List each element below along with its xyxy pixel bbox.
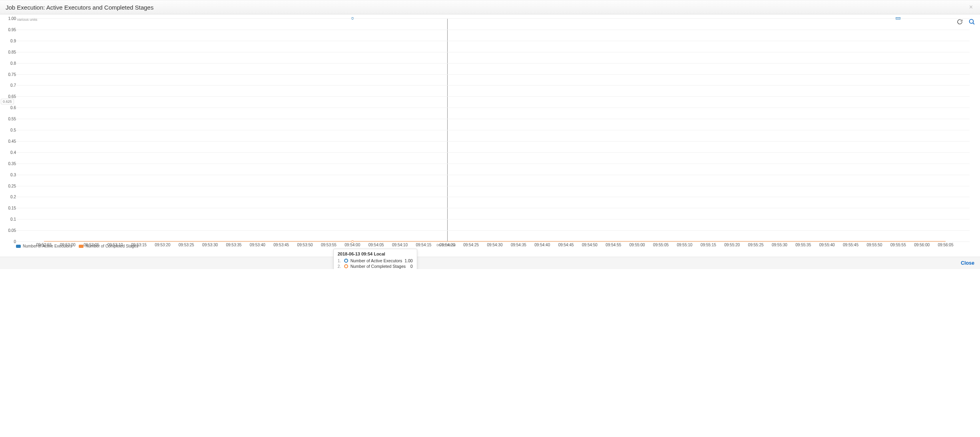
y-tick-label: 0.8 [7, 61, 16, 65]
y-tick-label: 0.45 [7, 139, 16, 143]
x-tick-label: 09:55:50 [866, 243, 882, 247]
y-tick-label: 0.35 [7, 161, 16, 166]
x-tick-label: 09:53:30 [202, 243, 218, 247]
y-tick-label: 0.95 [7, 27, 16, 32]
x-tick-label: 09:53:05 [84, 243, 99, 247]
grid-line [16, 208, 970, 208]
y-tick-label: 0.85 [7, 50, 16, 54]
svg-line-1 [973, 23, 974, 24]
x-tick-label: 09:55:05 [653, 243, 669, 247]
grid-line [16, 52, 970, 52]
grid-line [16, 241, 970, 242]
grid-line [16, 186, 970, 186]
y-tick-label: 0.6 [7, 106, 16, 110]
grid-line [16, 108, 970, 108]
x-tick-label: 09:53:45 [273, 243, 289, 247]
tooltip-row: 2. Number of Completed Stages 0 [338, 263, 413, 269]
x-tick-label: 09:56:00 [914, 243, 930, 247]
x-tick-label: 09:53:20 [155, 243, 170, 247]
x-tick-label: 09:54:20 [440, 243, 455, 247]
grid-line [16, 152, 970, 153]
grid-line [16, 141, 970, 142]
y-tick-label: 0.75 [7, 72, 16, 76]
x-tick-label: 09:55:40 [819, 243, 835, 247]
x-tick-label: 09:53:40 [250, 243, 265, 247]
x-tick-label: 09:56:05 [938, 243, 954, 247]
grid-line [16, 85, 970, 86]
x-tick-label: 09:55:25 [748, 243, 764, 247]
x-tick-label: 09:55:15 [701, 243, 716, 247]
tooltip-series-label: Number of Completed Stages [351, 264, 406, 269]
x-tick-label: 09:53:10 [108, 243, 123, 247]
x-tick-label: 09:54:40 [534, 243, 550, 247]
tooltip-value: 0 [410, 264, 413, 269]
x-tick-label: 09:54:25 [463, 243, 479, 247]
close-button[interactable]: Close [961, 260, 974, 266]
y-tick-label: 0 [7, 239, 16, 244]
zoom-icon[interactable] [968, 18, 975, 26]
circle-icon [344, 264, 348, 268]
x-tick-label: 09:54:00 [345, 243, 360, 247]
x-tick-label: 09:55:00 [629, 243, 645, 247]
x-tick-label: 09:53:50 [297, 243, 313, 247]
grid-line [16, 30, 970, 30]
y-tick-label: 0.55 [7, 117, 16, 121]
y-tick-label: 0.15 [7, 206, 16, 210]
x-tick-label: 09:53:35 [226, 243, 241, 247]
x-tick-label: 09:54:50 [582, 243, 598, 247]
x-tick-label: 09:53:15 [131, 243, 147, 247]
modal-footer: Close [0, 257, 980, 269]
x-tick-label: 09:54:55 [606, 243, 621, 247]
y-tick-label: 1.00 [7, 16, 16, 21]
y-tick-label: 0.2 [7, 195, 16, 199]
grid-line [16, 219, 970, 219]
refresh-icon[interactable] [957, 19, 963, 26]
modal-header: Job Execution: Active Executors and Comp… [0, 0, 980, 14]
x-tick-label: 09:55:45 [843, 243, 858, 247]
grid-line [16, 74, 970, 75]
x-tick-label: 09:54:05 [368, 243, 384, 247]
y-tick-label: 0.5 [7, 128, 16, 132]
y-tick-label: 0.3 [7, 172, 16, 177]
y-tick-label: 0.7 [7, 83, 16, 88]
svg-point-0 [969, 19, 973, 23]
tooltip-series-label: Number of Active Executors [351, 258, 402, 263]
chart-toolbar [952, 16, 980, 26]
y-tick-label: 0.65 [7, 94, 16, 99]
chart-plot-area[interactable]: Various units 0.625 06-13 09:54 09:52:55… [16, 18, 970, 241]
x-tick-label: 09:55:35 [795, 243, 811, 247]
x-tick-label: 09:55:10 [677, 243, 692, 247]
grid-line [16, 63, 970, 64]
grid-line [16, 119, 970, 119]
chart-container: Various units 0.625 06-13 09:54 09:52:55… [0, 14, 980, 257]
chart-tooltip: 2018-06-13 09:54 Local 1. Number of Acti… [333, 249, 417, 269]
grid-line [16, 230, 970, 231]
grid-line [16, 175, 970, 175]
x-tick-label: 09:54:30 [487, 243, 503, 247]
circle-icon [344, 259, 348, 263]
close-icon[interactable]: × [968, 4, 974, 11]
x-tick-label: 09:52:55 [36, 243, 52, 247]
x-tick-label: 09:55:55 [890, 243, 906, 247]
x-tick-label: 09:55:20 [724, 243, 740, 247]
grid-line [16, 197, 970, 197]
y-tick-label: 0.05 [7, 228, 16, 233]
tooltip-index: 2. [338, 264, 342, 269]
x-tick-label: 09:54:45 [558, 243, 574, 247]
y-tick-label: 0.25 [7, 184, 16, 188]
x-tick-label: 09:53:55 [321, 243, 337, 247]
x-tick-label: 09:54:10 [392, 243, 408, 247]
x-tick-label: 09:53:00 [60, 243, 76, 247]
modal-title: Job Execution: Active Executors and Comp… [6, 4, 153, 11]
y-hover-value: 0.625 [1, 99, 14, 104]
grid-line [16, 18, 970, 19]
grid-line [16, 164, 970, 164]
y-tick-label: 0.1 [7, 217, 16, 221]
x-tick-label: 09:55:30 [772, 243, 787, 247]
tooltip-index: 1. [338, 259, 342, 263]
y-tick-label: 0.4 [7, 150, 16, 154]
x-tick-label: 09:54:35 [511, 243, 526, 247]
x-tick-label: 09:53:25 [179, 243, 194, 247]
grid-line [16, 130, 970, 130]
grid-line [16, 41, 970, 41]
